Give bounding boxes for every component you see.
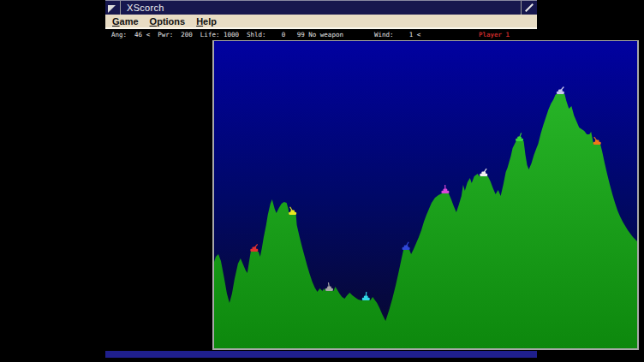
current-player-label: Player 1 xyxy=(479,31,510,39)
diagonal-slash-icon xyxy=(525,3,534,12)
desktop-background: XScorch Game Options Help Ang: 46 < Pwr:… xyxy=(0,0,644,362)
status-bar: Ang: 46 < Pwr: 200 Life: 1000 Shld: 0 99… xyxy=(105,29,537,40)
corner-triangle-icon xyxy=(108,5,116,13)
status-readouts: Ang: 46 < Pwr: 200 Life: 1000 Shld: 0 99… xyxy=(111,31,343,39)
window-title: XScorch xyxy=(121,3,521,13)
game-field[interactable] xyxy=(212,40,639,350)
wind-readout: Wind: 1 < xyxy=(374,31,420,39)
menu-bar: Game Options Help xyxy=(105,15,537,29)
window-titlebar[interactable]: XScorch xyxy=(105,0,537,15)
xscorch-window: XScorch Game Options Help Ang: 46 < Pwr:… xyxy=(105,0,537,358)
window-menu-button[interactable] xyxy=(105,1,121,15)
game-canvas xyxy=(214,41,637,348)
window-resize-button[interactable] xyxy=(521,1,537,15)
window-bottom-border[interactable] xyxy=(105,351,537,358)
menu-item-help[interactable]: Help xyxy=(196,16,217,27)
menu-item-options[interactable]: Options xyxy=(150,16,186,27)
menu-item-game[interactable]: Game xyxy=(112,16,139,27)
